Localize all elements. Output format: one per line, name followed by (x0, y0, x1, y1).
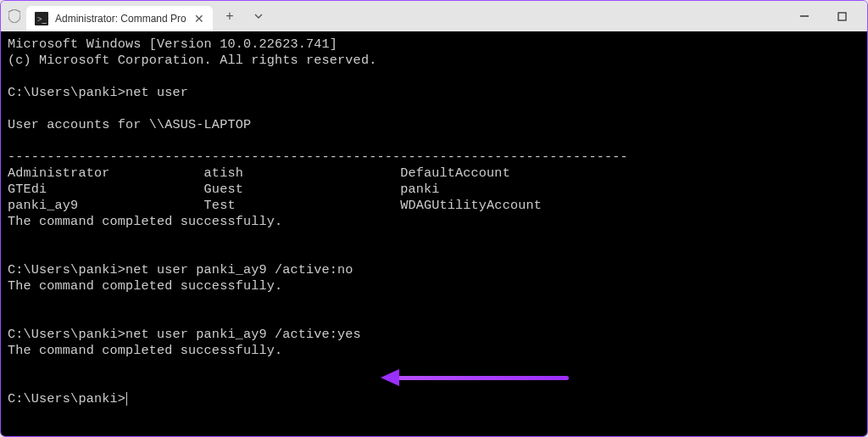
tab-title: Administrator: Command Pro (55, 13, 186, 25)
cmd-icon: >_ (35, 12, 48, 25)
command-text: net user (125, 85, 188, 100)
window-controls (786, 1, 860, 31)
shield-icon (8, 8, 21, 25)
account-row: Administrator atish DefaultAccount (8, 165, 510, 181)
success-message: The command completed successfully. (8, 214, 282, 229)
success-message: The command completed successfully. (8, 278, 282, 294)
version-line: Microsoft Windows [Version 10.0.22623.74… (8, 36, 337, 52)
account-row: panki_ay9 Test WDAGUtilityAccount (8, 198, 542, 213)
minimize-button[interactable] (786, 3, 823, 29)
titlebar: >_ Administrator: Command Pro ✕ + (1, 1, 867, 31)
command-text: net user panki_ay9 /active:yes (125, 327, 361, 342)
annotation-arrow (381, 369, 569, 386)
tab-dropdown-button[interactable] (247, 4, 270, 28)
close-tab-icon[interactable]: ✕ (194, 13, 204, 25)
copyright-line: (c) Microsoft Corporation. All rights re… (8, 53, 376, 68)
svg-rect-3 (838, 13, 846, 20)
active-tab[interactable]: >_ Administrator: Command Pro ✕ (26, 6, 213, 31)
svg-text:>_: >_ (37, 14, 47, 24)
maximize-button[interactable] (823, 3, 860, 29)
arrow-head-icon (381, 369, 399, 386)
prompt: C:\Users\panki> (8, 262, 125, 277)
account-row: GTEdi Guest panki (8, 182, 440, 197)
cursor (126, 392, 127, 406)
arrow-line (399, 376, 569, 380)
terminal-panel[interactable]: Microsoft Windows [Version 10.0.22623.74… (1, 31, 867, 437)
prompt: C:\Users\panki> (8, 327, 125, 342)
command-text: net user panki_ay9 /active:no (125, 262, 353, 277)
prompt: C:\Users\panki> (8, 391, 125, 406)
prompt: C:\Users\panki> (8, 85, 125, 100)
success-message: The command completed successfully. (8, 343, 282, 358)
divider-line: ----------------------------------------… (8, 149, 628, 165)
new-tab-button[interactable]: + (218, 4, 242, 28)
accounts-header: User accounts for \\ASUS-LAPTOP (8, 117, 251, 132)
